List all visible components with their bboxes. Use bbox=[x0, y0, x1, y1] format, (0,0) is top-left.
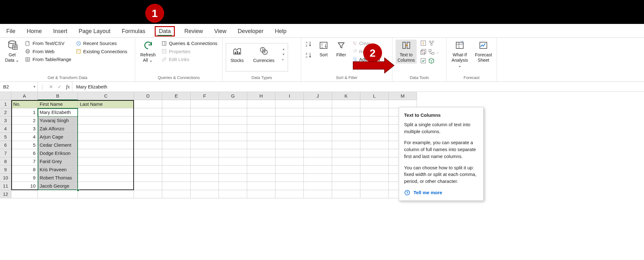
cell-E11[interactable] bbox=[162, 182, 191, 190]
gallery-more-icon[interactable]: ▾ bbox=[282, 58, 285, 61]
cell-H2[interactable] bbox=[247, 108, 275, 116]
get-data-button[interactable]: GetData ⌄ bbox=[3, 40, 21, 64]
cell-A12[interactable] bbox=[11, 190, 38, 198]
column-header-D[interactable]: D bbox=[134, 92, 162, 100]
column-header-M[interactable]: M bbox=[389, 92, 417, 100]
tab-insert[interactable]: Insert bbox=[51, 26, 69, 37]
cell-H6[interactable] bbox=[247, 141, 275, 149]
cell-B6[interactable]: Cedar Clement bbox=[38, 141, 78, 149]
from-text-csv-button[interactable]: From Text/CSV bbox=[24, 40, 72, 47]
cell-I1[interactable] bbox=[275, 100, 304, 108]
cell-G1[interactable] bbox=[219, 100, 247, 108]
cell-D12[interactable] bbox=[134, 190, 162, 198]
cell-L12[interactable] bbox=[360, 190, 389, 198]
cell-K10[interactable] bbox=[332, 174, 360, 182]
tab-home[interactable]: Home bbox=[25, 26, 44, 37]
cell-G10[interactable] bbox=[219, 174, 247, 182]
cell-G4[interactable] bbox=[219, 125, 247, 133]
stocks-data-type-button[interactable]: Stocks bbox=[229, 45, 246, 64]
cell-D5[interactable] bbox=[134, 133, 162, 141]
cell-L5[interactable] bbox=[360, 133, 389, 141]
column-header-H[interactable]: H bbox=[247, 92, 275, 100]
formula-input[interactable]: Mary Elizabeth bbox=[72, 82, 644, 92]
cell-J2[interactable] bbox=[304, 108, 332, 116]
properties-button[interactable]: Properties bbox=[161, 48, 218, 55]
cell-G6[interactable] bbox=[219, 141, 247, 149]
cell-C6[interactable] bbox=[78, 141, 134, 149]
row-header-8[interactable]: 8 bbox=[0, 157, 11, 166]
cell-I3[interactable] bbox=[275, 116, 304, 125]
cell-B12[interactable] bbox=[38, 190, 78, 198]
refresh-all-button[interactable]: RefreshAll ⌄ bbox=[138, 40, 158, 64]
cell-I6[interactable] bbox=[275, 141, 304, 149]
cell-B11[interactable]: Jacob George bbox=[38, 182, 78, 190]
cell-F5[interactable] bbox=[191, 133, 219, 141]
existing-connections-button[interactable]: Existing Connections bbox=[75, 48, 128, 55]
cell-K1[interactable] bbox=[332, 100, 360, 108]
tab-page-layout[interactable]: Page Layout bbox=[77, 26, 112, 37]
cell-J10[interactable] bbox=[304, 174, 332, 182]
row-header-7[interactable]: 7 bbox=[0, 149, 11, 157]
cell-F6[interactable] bbox=[191, 141, 219, 149]
cell-A9[interactable]: 8 bbox=[11, 166, 38, 174]
cell-A7[interactable]: 6 bbox=[11, 149, 38, 157]
cell-C8[interactable] bbox=[78, 157, 134, 166]
cell-L2[interactable] bbox=[360, 108, 389, 116]
fx-icon[interactable]: fx bbox=[66, 84, 70, 90]
cell-I7[interactable] bbox=[275, 149, 304, 157]
cell-E6[interactable] bbox=[162, 141, 191, 149]
cell-F11[interactable] bbox=[191, 182, 219, 190]
cell-I10[interactable] bbox=[275, 174, 304, 182]
currencies-data-type-button[interactable]: $€ Currencies bbox=[251, 45, 276, 64]
tab-file[interactable]: File bbox=[4, 26, 17, 37]
cell-G2[interactable] bbox=[219, 108, 247, 116]
cell-K12[interactable] bbox=[332, 190, 360, 198]
cell-L9[interactable] bbox=[360, 166, 389, 174]
column-header-C[interactable]: C bbox=[78, 92, 134, 100]
cell-B4[interactable]: Zak Alfonzo bbox=[38, 125, 78, 133]
cell-H10[interactable] bbox=[247, 174, 275, 182]
cell-A4[interactable]: 3 bbox=[11, 125, 38, 133]
cell-H9[interactable] bbox=[247, 166, 275, 174]
cell-A2[interactable]: 1 bbox=[11, 108, 38, 116]
row-header-1[interactable]: 1 bbox=[0, 100, 11, 108]
row-header-12[interactable]: 12 bbox=[0, 190, 11, 198]
cell-D9[interactable] bbox=[134, 166, 162, 174]
cell-B5[interactable]: Arjun Cage bbox=[38, 133, 78, 141]
tab-formulas[interactable]: Formulas bbox=[120, 26, 147, 37]
cell-K3[interactable] bbox=[332, 116, 360, 125]
cell-H12[interactable] bbox=[247, 190, 275, 198]
cell-K5[interactable] bbox=[332, 133, 360, 141]
cell-K11[interactable] bbox=[332, 182, 360, 190]
cell-L10[interactable] bbox=[360, 174, 389, 182]
cell-G7[interactable] bbox=[219, 149, 247, 157]
cell-J5[interactable] bbox=[304, 133, 332, 141]
cell-C7[interactable] bbox=[78, 149, 134, 157]
cell-H3[interactable] bbox=[247, 116, 275, 125]
cell-F7[interactable] bbox=[191, 149, 219, 157]
cell-F10[interactable] bbox=[191, 174, 219, 182]
cell-K7[interactable] bbox=[332, 149, 360, 157]
row-header-2[interactable]: 2 bbox=[0, 108, 11, 116]
cell-J7[interactable] bbox=[304, 149, 332, 157]
cell-C5[interactable] bbox=[78, 133, 134, 141]
cell-D11[interactable] bbox=[134, 182, 162, 190]
cell-J3[interactable] bbox=[304, 116, 332, 125]
cell-E9[interactable] bbox=[162, 166, 191, 174]
row-header-11[interactable]: 11 bbox=[0, 182, 11, 190]
cell-F8[interactable] bbox=[191, 157, 219, 166]
cell-D6[interactable] bbox=[134, 141, 162, 149]
cell-A6[interactable]: 5 bbox=[11, 141, 38, 149]
name-box[interactable]: B2 ▾ bbox=[0, 82, 38, 92]
tab-data[interactable]: Data bbox=[155, 26, 175, 37]
cell-C3[interactable] bbox=[78, 116, 134, 125]
cell-B7[interactable]: Dodge Erikson bbox=[38, 149, 78, 157]
cell-C2[interactable] bbox=[78, 108, 134, 116]
cell-K6[interactable] bbox=[332, 141, 360, 149]
cell-H7[interactable] bbox=[247, 149, 275, 157]
sort-button[interactable]: ZA Sort bbox=[316, 40, 331, 58]
cell-E8[interactable] bbox=[162, 157, 191, 166]
cell-K2[interactable] bbox=[332, 108, 360, 116]
cell-A5[interactable]: 4 bbox=[11, 133, 38, 141]
sort-asc-button[interactable]: AZ bbox=[304, 40, 313, 48]
